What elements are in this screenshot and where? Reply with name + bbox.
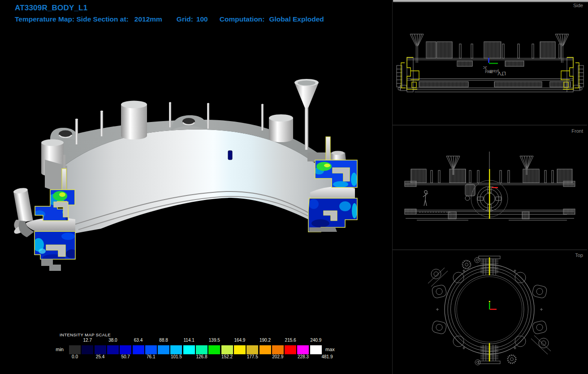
axis-x-marker: [492, 187, 498, 188]
application-window: AT3309R_BODY_L1 Temperature Map: Side Se…: [0, 0, 588, 374]
axis-z-marker: [488, 58, 489, 63]
grid-value: 100: [196, 15, 208, 23]
front-view-panel[interactable]: Front: [392, 126, 588, 250]
grid-label: Grid:: [177, 15, 193, 23]
probe-marker[interactable]: [228, 151, 232, 160]
orientation-panel-column: Side: [392, 0, 588, 374]
top-view-label: Top: [575, 252, 583, 258]
svg-text:plaid: plaid: [490, 69, 499, 73]
mold-tail-right: [309, 227, 337, 232]
side-view-drawing[interactable]: 3c PMd plaid LTV: [392, 0, 588, 125]
section-plane-bottom-mark: [489, 343, 490, 361]
riser-cylinder-center: [121, 101, 147, 140]
section-stem-left: [62, 169, 66, 190]
mirrored-cad-text: 3c PMd plaid LTV: [483, 65, 506, 76]
section-plane-line: [489, 169, 490, 219]
computation-label: Computation:: [220, 15, 265, 23]
scale-figure: [423, 191, 428, 206]
axis-y-marker: [489, 63, 498, 64]
svg-text:3c: 3c: [483, 65, 488, 70]
top-view-drawing[interactable]: [392, 250, 588, 374]
view-subtitle: Temperature Map: Side Section at:2012mmG…: [15, 15, 324, 23]
window-edge-strip: [393, 0, 588, 2]
section-position-value: 2012mm: [134, 15, 162, 23]
section-stem-right: [326, 137, 330, 161]
section-pin-left: [63, 155, 65, 169]
computation-value: Global Exploded: [269, 15, 324, 23]
page-title: AT3309R_BODY_L1: [15, 4, 324, 13]
front-view-drawing[interactable]: [392, 126, 588, 250]
svg-text:LTV: LTV: [497, 70, 506, 76]
axis-y-marker-top: [489, 303, 490, 309]
top-view-panel[interactable]: Top: [392, 250, 588, 374]
main-3d-viewport[interactable]: [0, 0, 392, 374]
map-type-label: Temperature Map: Side Section at:: [15, 15, 129, 23]
axis-x-marker-top: [490, 309, 497, 310]
header: AT3309R_BODY_L1 Temperature Map: Side Se…: [15, 4, 324, 23]
front-view-label: Front: [571, 128, 583, 134]
riser-cylinder-right: [269, 114, 293, 142]
side-view-panel[interactable]: Side: [392, 0, 588, 125]
axis-origin-dot: [489, 301, 490, 302]
panel-divider-vertical: [392, 0, 393, 374]
section-plane-top-mark: [489, 257, 490, 275]
side-view-label: Side: [573, 3, 583, 8]
